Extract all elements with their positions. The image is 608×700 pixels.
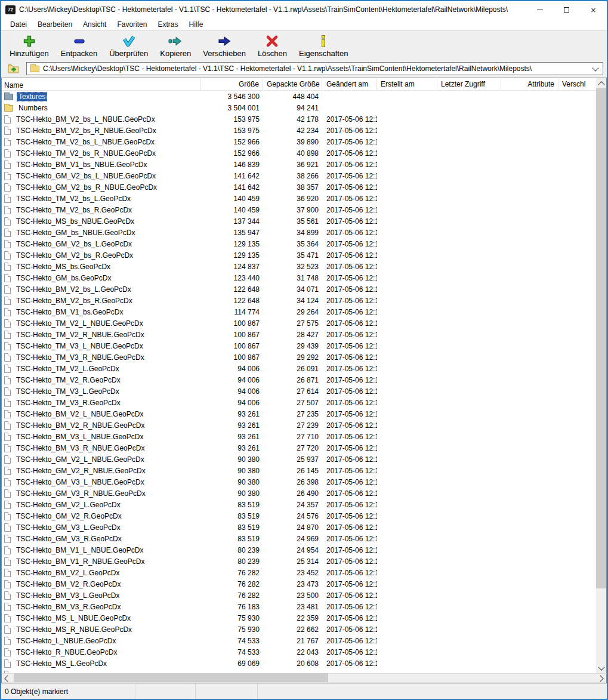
file-row[interactable]: TSC-Hekto_TM_V3_R.GeoPcDx94 00627 507201… bbox=[2, 397, 606, 408]
menu-item-hilfe[interactable]: Hilfe bbox=[183, 18, 208, 30]
file-row[interactable]: TSC-Hekto_TM_V3_R_NBUE.GeoPcDx100 86729 … bbox=[2, 351, 606, 363]
add-button[interactable]: Hinzufügen bbox=[4, 33, 55, 59]
vertical-scroll-track[interactable] bbox=[596, 88, 606, 663]
test-button[interactable]: Überprüfen bbox=[103, 33, 154, 59]
file-row[interactable]: TSC-Hekto_BM_V2_R_NBUE.GeoPcDx93 26127 2… bbox=[2, 420, 606, 431]
horizontal-scroll-track[interactable] bbox=[12, 673, 596, 683]
file-row[interactable]: TSC-Hekto_TM_V3_L.GeoPcDx94 00627 614201… bbox=[2, 386, 606, 397]
item-name: TSC-Hekto_BM_V2_bs_L.GeoPcDx bbox=[14, 285, 133, 294]
file-row[interactable] bbox=[2, 669, 606, 673]
modified-cell: 2017-05-06 12:10 bbox=[322, 172, 377, 180]
delete-button[interactable]: Löschen bbox=[252, 33, 293, 59]
item-name: TSC-Hekto_TM_V2_bs_R.GeoPcDx bbox=[14, 205, 134, 215]
file-row[interactable]: TSC-Hekto_GM_V2_bs_L_NBUE.GeoPcDx141 642… bbox=[2, 170, 606, 181]
file-row[interactable]: TSC-Hekto_GM_V2_L.GeoPcDx83 51924 357201… bbox=[2, 499, 606, 510]
column-header-created[interactable]: Erstellt am bbox=[377, 78, 437, 90]
file-row[interactable]: TSC-Hekto_GM_V2_bs_R_NBUE.GeoPcDx141 642… bbox=[2, 181, 606, 193]
menu-item-bearbeiten[interactable]: Bearbeiten bbox=[32, 18, 78, 30]
file-row[interactable]: TSC-Hekto_MS_R_NBUE.GeoPcDx75 93022 6622… bbox=[2, 624, 606, 635]
name-cell: TSC-Hekto_GM_V3_R.GeoPcDx bbox=[2, 534, 201, 544]
file-row[interactable]: TSC-Hekto_GM_bs.GeoPcDx123 44031 7482017… bbox=[2, 272, 606, 283]
folder-row[interactable]: Textures3 546 300448 404 bbox=[2, 91, 606, 102]
extract-button[interactable]: Entpacken bbox=[55, 33, 103, 59]
file-row[interactable]: TSC-Hekto_BM_V2_bs_L.GeoPcDx122 64834 07… bbox=[2, 283, 606, 295]
file-row[interactable]: TSC-Hekto_R_NBUE.GeoPcDx74 53322 0432017… bbox=[2, 646, 606, 658]
file-row[interactable]: TSC-Hekto_BM_V1_R_NBUE.GeoPcDx80 23925 3… bbox=[2, 556, 606, 567]
file-row[interactable]: TSC-Hekto_TM_V2_bs_L.GeoPcDx140 45936 92… bbox=[2, 193, 606, 204]
file-row[interactable]: TSC-Hekto_GM_V2_L_NBUE.GeoPcDx90 38025 9… bbox=[2, 454, 606, 465]
file-row[interactable]: TSC-Hekto_BM_V2_bs_L_NBUE.GeoPcDx153 975… bbox=[2, 113, 606, 125]
column-header-size[interactable]: Größe bbox=[201, 78, 263, 90]
menu-item-ansicht[interactable]: Ansicht bbox=[78, 18, 112, 30]
menu-item-favoriten[interactable]: Favoriten bbox=[112, 18, 152, 30]
vertical-scroll-thumb[interactable] bbox=[596, 88, 606, 588]
file-row[interactable]: TSC-Hekto_BM_V3_R.GeoPcDx76 18323 481201… bbox=[2, 601, 606, 612]
horizontal-scrollbar[interactable] bbox=[1, 673, 607, 683]
column-header-attributes[interactable]: Attribute bbox=[501, 78, 558, 90]
file-row[interactable]: TSC-Hekto_GM_V3_R.GeoPcDx83 51924 969201… bbox=[2, 533, 606, 544]
file-row[interactable]: TSC-Hekto_TM_V3_L_NBUE.GeoPcDx100 86729 … bbox=[2, 340, 606, 351]
file-row[interactable]: TSC-Hekto_TM_V2_bs_L_NBUE.GeoPcDx152 966… bbox=[2, 136, 606, 147]
modified-cell: 2017-05-06 12:10 bbox=[322, 138, 377, 146]
scroll-down-button[interactable] bbox=[596, 663, 606, 673]
file-row[interactable]: TSC-Hekto_BM_V2_L_NBUE.GeoPcDx93 26127 2… bbox=[2, 408, 606, 420]
file-row[interactable]: TSC-Hekto_MS_bs.GeoPcDx124 83732 5232017… bbox=[2, 261, 606, 272]
size-cell: 83 519 bbox=[201, 512, 263, 520]
file-row[interactable]: TSC-Hekto_BM_V2_bs_R_NBUE.GeoPcDx153 975… bbox=[2, 125, 606, 136]
folder-row[interactable]: Numbers3 504 00194 241 bbox=[2, 102, 606, 113]
file-row[interactable]: TSC-Hekto_BM_V1_L_NBUE.GeoPcDx80 23924 9… bbox=[2, 544, 606, 556]
item-name: TSC-Hekto_BM_V3_R_NBUE.GeoPcDx bbox=[14, 443, 146, 453]
horizontal-scroll-thumb[interactable] bbox=[14, 673, 328, 682]
file-row[interactable]: TSC-Hekto_BM_V3_L_NBUE.GeoPcDx93 26127 7… bbox=[2, 431, 606, 442]
file-row[interactable]: TSC-Hekto_TM_V2_R.GeoPcDx94 00626 871201… bbox=[2, 374, 606, 386]
file-row[interactable]: TSC-Hekto_GM_V2_R_NBUE.GeoPcDx90 38026 1… bbox=[2, 465, 606, 476]
file-row[interactable]: TSC-Hekto_BM_V1_bs_NBUE.GeoPcDx146 83936… bbox=[2, 159, 606, 170]
file-row[interactable]: TSC-Hekto_MS_bs_NBUE.GeoPcDx137 34435 56… bbox=[2, 215, 606, 227]
column-header-accessed[interactable]: Letzter Zugriff bbox=[437, 78, 501, 90]
file-row[interactable]: TSC-Hekto_BM_V2_L.GeoPcDx76 28223 452201… bbox=[2, 567, 606, 578]
file-row[interactable]: TSC-Hekto_GM_V2_R.GeoPcDx83 51924 576201… bbox=[2, 510, 606, 522]
size-cell: 100 867 bbox=[201, 319, 263, 328]
up-one-level-button[interactable] bbox=[4, 62, 24, 75]
maximize-button[interactable] bbox=[553, 1, 580, 18]
file-row[interactable]: TSC-Hekto_TM_V2_bs_R_NBUE.GeoPcDx152 966… bbox=[2, 147, 606, 159]
scroll-left-button[interactable] bbox=[2, 673, 12, 683]
file-row[interactable]: TSC-Hekto_TM_V2_bs_R.GeoPcDx140 45937 90… bbox=[2, 204, 606, 215]
name-cell: TSC-Hekto_BM_V2_bs_R_NBUE.GeoPcDx bbox=[2, 126, 201, 135]
copy-button[interactable]: Kopieren bbox=[154, 33, 197, 59]
file-row[interactable]: TSC-Hekto_GM_V2_bs_R.GeoPcDx129 13535 47… bbox=[2, 249, 606, 261]
menu-item-datei[interactable]: Datei bbox=[5, 18, 32, 30]
vertical-scrollbar[interactable] bbox=[596, 78, 606, 673]
scroll-right-button[interactable] bbox=[596, 673, 606, 683]
scroll-up-button[interactable] bbox=[596, 78, 606, 88]
file-row[interactable]: TSC-Hekto_TM_V2_L_NBUE.GeoPcDx100 86727 … bbox=[2, 317, 606, 329]
file-row[interactable]: TSC-Hekto_GM_V3_R_NBUE.GeoPcDx90 38026 4… bbox=[2, 488, 606, 499]
properties-button[interactable]: Eigenschaften bbox=[293, 33, 354, 59]
file-row[interactable]: TSC-Hekto_BM_V2_R.GeoPcDx76 28223 473201… bbox=[2, 578, 606, 590]
column-header-name[interactable]: Name bbox=[2, 78, 201, 90]
column-header-packed[interactable]: Gepackte Größe bbox=[263, 78, 322, 90]
file-row[interactable]: TSC-Hekto_GM_V3_L.GeoPcDx83 51924 870201… bbox=[2, 522, 606, 533]
file-row[interactable]: TSC-Hekto_GM_V3_L_NBUE.GeoPcDx90 38026 3… bbox=[2, 476, 606, 488]
file-row[interactable]: TSC-Hekto_GM_bs_NBUE.GeoPcDx135 94734 89… bbox=[2, 227, 606, 238]
address-combobox[interactable]: C:\Users\Mickey\Desktop\TSC - Hektometer… bbox=[26, 62, 603, 75]
file-row[interactable]: TSC-Hekto_BM_V3_R_NBUE.GeoPcDx93 26127 7… bbox=[2, 442, 606, 454]
file-row[interactable]: TSC-Hekto_MS_L_NBUE.GeoPcDx75 93022 3592… bbox=[2, 612, 606, 624]
file-row[interactable]: TSC-Hekto_BM_V1_bs.GeoPcDx114 77429 2642… bbox=[2, 306, 606, 317]
file-row[interactable]: TSC-Hekto_L_NBUE.GeoPcDx74 53321 7672017… bbox=[2, 635, 606, 646]
file-row[interactable]: TSC-Hekto_BM_V3_L.GeoPcDx76 28223 500201… bbox=[2, 590, 606, 601]
chevron-down-icon[interactable] bbox=[592, 64, 598, 71]
close-button[interactable]: × bbox=[580, 1, 607, 18]
file-row[interactable]: TSC-Hekto_BM_V2_bs_R.GeoPcDx122 64834 12… bbox=[2, 295, 606, 306]
file-row[interactable]: TSC-Hekto_TM_V2_R_NBUE.GeoPcDx100 86728 … bbox=[2, 329, 606, 340]
file-row[interactable]: TSC-Hekto_GM_V2_bs_L.GeoPcDx129 13535 36… bbox=[2, 238, 606, 249]
packed-cell: 34 071 bbox=[263, 285, 322, 294]
address-bar: C:\Users\Mickey\Desktop\TSC - Hektometer… bbox=[1, 60, 607, 78]
move-button[interactable]: Verschieben bbox=[197, 33, 252, 59]
packed-cell: 25 937 bbox=[263, 455, 322, 464]
minimize-button[interactable] bbox=[526, 1, 553, 18]
column-header-modified[interactable]: Geändert am bbox=[322, 78, 377, 90]
file-row[interactable]: TSC-Hekto_MS_L.GeoPcDx69 06920 6082017-0… bbox=[2, 658, 606, 669]
menu-item-extras[interactable]: Extras bbox=[152, 18, 183, 30]
file-row[interactable]: TSC-Hekto_TM_V2_L.GeoPcDx94 00626 091201… bbox=[2, 363, 606, 374]
